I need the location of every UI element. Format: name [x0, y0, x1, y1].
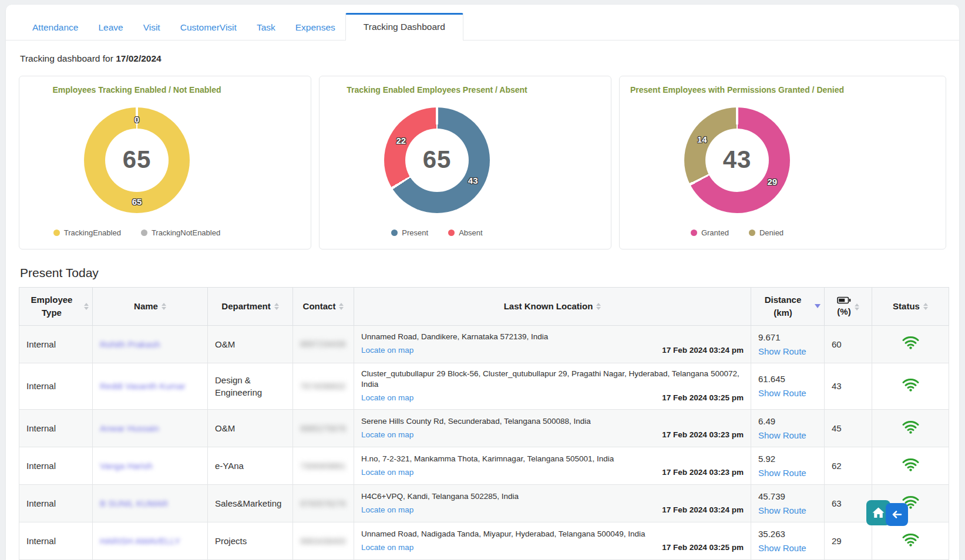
- show-route-link[interactable]: Show Route: [758, 542, 817, 554]
- legend-item-trackingenabled[interactable]: TrackingEnabled: [53, 228, 121, 237]
- employee-name-link[interactable]: Anwar Hussain: [100, 423, 159, 433]
- dashboard-subtitle: Tracking dashboard for 17/02/2024: [20, 53, 959, 64]
- wifi-online-icon: [902, 533, 920, 546]
- employee-name-link[interactable]: Vanga Harish: [100, 461, 153, 471]
- column-header-name[interactable]: Name: [93, 288, 208, 326]
- cell-battery-percent: 43: [825, 363, 872, 410]
- cell-department: Projects: [208, 522, 293, 560]
- cell-employee-type: Internal: [19, 325, 93, 363]
- sort-arrows-icon[interactable]: [162, 303, 166, 310]
- chart-legend: TrackingEnabledTrackingNotEnabled: [19, 228, 254, 237]
- contact-number: 9700576276: [300, 499, 346, 508]
- tab-bar: AttendanceLeaveVisitCustomerVisitTaskExp…: [6, 5, 959, 41]
- location-timestamp: 17 Feb 2024 03:23 pm: [662, 467, 744, 478]
- show-route-link[interactable]: Show Route: [758, 467, 817, 479]
- location-timestamp: 17 Feb 2024 03:24 pm: [662, 345, 744, 356]
- column-header-contact[interactable]: Contact: [293, 288, 354, 326]
- cell-employee-type: Internal: [19, 363, 93, 410]
- location-address: Unnamed Road, Nadigada Tanda, Miyapur, H…: [361, 529, 744, 540]
- sort-arrows-icon[interactable]: [339, 303, 344, 310]
- legend-dot: [749, 230, 755, 236]
- column-header-distance-km[interactable]: Distance (km): [751, 288, 825, 326]
- back-button[interactable]: [886, 503, 908, 526]
- column-header-department[interactable]: Department: [208, 288, 293, 326]
- cell-status: [872, 363, 949, 410]
- legend-dot: [448, 230, 455, 236]
- tab-attendance[interactable]: Attendance: [22, 16, 88, 40]
- table-row: InternalReddi Vasanth KumarDesign & Engi…: [19, 363, 949, 410]
- cell-location: Cluster_qutubullapur 29 Block-56, Cluste…: [354, 363, 751, 410]
- sort-arrows-icon[interactable]: [923, 303, 928, 310]
- legend-dot: [141, 230, 147, 236]
- employee-name-link[interactable]: Rohith Prakash: [100, 339, 160, 349]
- locate-on-map-link[interactable]: Locate on map: [361, 345, 413, 356]
- locate-on-map-link[interactable]: Locate on map: [361, 542, 413, 554]
- tab-tracking-dashboard[interactable]: Tracking Dashboard: [345, 13, 463, 41]
- battery-icon: [837, 296, 851, 304]
- segment-value-label: 22: [396, 135, 406, 145]
- sort-arrows-icon[interactable]: [855, 303, 859, 311]
- sort-arrows-icon[interactable]: [274, 303, 279, 310]
- donut-total: 65: [423, 146, 452, 174]
- table-row: InternalVanga Harishe-YAna7306909861H.no…: [19, 447, 949, 485]
- cell-battery-percent: 29: [825, 522, 872, 560]
- cell-department: O&M: [208, 410, 293, 447]
- show-route-link[interactable]: Show Route: [758, 504, 817, 517]
- cell-status: [872, 410, 949, 447]
- cell-employee-type: Internal: [19, 447, 93, 485]
- contact-number: 7674098832: [300, 382, 346, 391]
- chart-card-3: Present Employees with Permissions Grant…: [619, 76, 946, 249]
- employee-name-link[interactable]: HARISH AMAVELLY: [100, 536, 180, 546]
- locate-on-map-link[interactable]: Locate on map: [361, 467, 413, 478]
- legend-item-granted[interactable]: Granted: [691, 228, 729, 237]
- employee-name-link[interactable]: B SUNIL KUMAR: [100, 498, 168, 508]
- column-header-status[interactable]: Status: [872, 288, 949, 326]
- subtitle-date: 17/02/2024: [116, 53, 162, 63]
- cell-contact: 9700576276: [293, 485, 354, 522]
- show-route-link[interactable]: Show Route: [758, 345, 817, 357]
- show-route-link[interactable]: Show Route: [758, 429, 817, 441]
- chart-box: Employees Tracking Enabled / Not Enabled…: [19, 76, 254, 237]
- sort-arrows-icon[interactable]: [596, 303, 601, 310]
- distance-value: 5.92: [758, 453, 817, 465]
- column-label: Employee Type: [23, 294, 80, 319]
- donut-total: 43: [723, 146, 752, 174]
- cell-distance: 35.263Show Route: [751, 522, 825, 560]
- cell-employee-type: Internal: [19, 410, 93, 447]
- cell-contact: 9963438400: [293, 522, 354, 560]
- column-header-last-known-location[interactable]: Last Known Location: [354, 288, 751, 326]
- cell-battery-percent: 62: [825, 447, 872, 485]
- tab-leave[interactable]: Leave: [88, 16, 133, 40]
- column-header-[interactable]: (%): [825, 288, 872, 326]
- segment-value-label: 0: [135, 114, 139, 124]
- sort-desc-icon[interactable]: [815, 304, 821, 308]
- page-panel: AttendanceLeaveVisitCustomerVisitTaskExp…: [6, 5, 959, 560]
- legend-item-present[interactable]: Present: [391, 228, 428, 237]
- donut-chart: 65650: [84, 107, 190, 213]
- segment-value-label: 14: [697, 134, 707, 144]
- wifi-online-icon: [902, 458, 920, 471]
- show-route-link[interactable]: Show Route: [758, 387, 817, 399]
- tab-expenses[interactable]: Expenses: [285, 16, 345, 40]
- employee-name-link[interactable]: Reddi Vasanth Kumar: [100, 381, 186, 391]
- tab-visit[interactable]: Visit: [133, 16, 170, 40]
- locate-on-map-link[interactable]: Locate on map: [361, 505, 413, 516]
- chart-legend: GrantedDenied: [620, 228, 855, 237]
- location-address: H4C6+VPQ, Kandi, Telangana 502285, India: [361, 491, 744, 502]
- cell-name: Rohith Prakash: [93, 325, 208, 363]
- sort-arrows-icon[interactable]: [84, 303, 89, 310]
- tab-task[interactable]: Task: [247, 16, 285, 40]
- legend-item-trackingnotenabled[interactable]: TrackingNotEnabled: [141, 228, 220, 237]
- legend-item-absent[interactable]: Absent: [448, 228, 482, 237]
- home-icon: [872, 507, 885, 518]
- legend-dot: [391, 230, 398, 236]
- column-header-employee-type[interactable]: Employee Type: [19, 288, 93, 326]
- location-address: H.no, 7-2-321, Mankamma Thota, Karimnaga…: [361, 454, 744, 465]
- legend-label: Absent: [459, 228, 482, 237]
- present-today-title: Present Today: [20, 266, 959, 280]
- location-timestamp: 17 Feb 2024 03:25 pm: [662, 542, 744, 554]
- locate-on-map-link[interactable]: Locate on map: [361, 430, 413, 441]
- legend-item-denied[interactable]: Denied: [749, 228, 784, 237]
- locate-on-map-link[interactable]: Locate on map: [361, 393, 413, 404]
- tab-customervisit[interactable]: CustomerVisit: [170, 16, 247, 40]
